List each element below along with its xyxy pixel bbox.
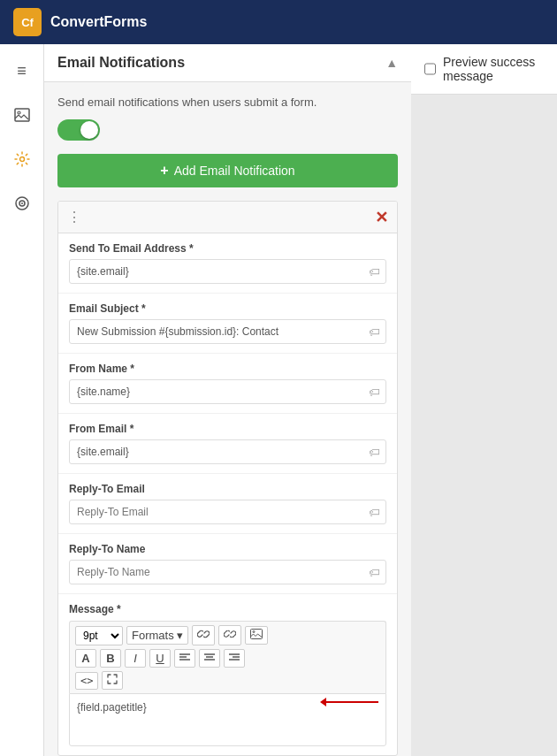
send-to-field-group: Send To Email Address * 🏷 <box>58 233 397 294</box>
left-panel: Email Notifications ▲ Send email notific… <box>44 44 411 756</box>
email-notifications-toggle-wrap <box>57 119 398 141</box>
image-insert-icon[interactable] <box>245 626 268 645</box>
app-logo: Cf <box>13 8 42 36</box>
add-icon: + <box>160 163 168 179</box>
app-header: Cf ConvertForms <box>0 0 557 44</box>
email-subject-label: Email Subject * <box>69 302 386 315</box>
message-section: Message * 9pt 10pt 12pt 14pt Formats ▾ <box>58 594 397 755</box>
reply-to-email-tag-icon[interactable]: 🏷 <box>369 506 380 519</box>
reply-to-email-field-group: Reply-To Email 🏷 <box>58 474 397 534</box>
send-to-input-wrap: 🏷 <box>69 259 386 284</box>
from-email-input-wrap: 🏷 <box>69 439 386 464</box>
message-editor[interactable]: {field.pagetitle} <box>69 693 386 746</box>
font-size-select[interactable]: 9pt 10pt 12pt 14pt <box>75 626 123 645</box>
fullscreen-button[interactable] <box>102 671 123 690</box>
sidebar-list-icon[interactable]: ≡ <box>9 57 35 84</box>
underline-button[interactable]: U <box>149 649 171 668</box>
toolbar-row-3: <> <box>75 671 380 690</box>
toolbar-row-1: 9pt 10pt 12pt 14pt Formats ▾ <box>75 625 380 645</box>
from-name-field-group: From Name * 🏷 <box>58 354 397 414</box>
bold-button[interactable]: A <box>75 649 96 668</box>
align-right-button[interactable] <box>224 649 245 668</box>
reply-to-name-input[interactable] <box>69 560 386 584</box>
from-email-field-group: From Email * 🏷 <box>58 414 397 474</box>
reply-to-name-input-wrap: 🏷 <box>69 560 386 584</box>
message-toolbar: 9pt 10pt 12pt 14pt Formats ▾ <box>69 621 386 693</box>
notification-card: ⋮ ✕ Send To Email Address * 🏷 Email Subj… <box>57 201 398 756</box>
bold-b-button[interactable]: B <box>100 649 121 668</box>
arrow-indicator <box>325 701 378 703</box>
panel-header: Email Notifications ▲ <box>44 44 411 82</box>
reply-to-email-input[interactable] <box>69 500 386 524</box>
notification-card-header: ⋮ ✕ <box>58 202 397 233</box>
app-name: ConvertForms <box>50 14 147 30</box>
italic-button[interactable]: I <box>125 649 146 668</box>
toggle-knob <box>80 121 98 139</box>
align-left-button[interactable] <box>174 649 195 668</box>
svg-rect-6 <box>251 630 263 639</box>
right-panel-header: Preview success message <box>411 44 557 95</box>
panel-content: Send email notifications when users subm… <box>44 82 411 756</box>
email-subject-input[interactable] <box>69 319 386 344</box>
email-subject-field-group: Email Subject * 🏷 <box>58 294 397 354</box>
editor-content: {field.pagetitle} <box>77 701 318 714</box>
svg-point-7 <box>253 631 255 633</box>
svg-rect-0 <box>15 109 29 121</box>
svg-point-1 <box>18 111 20 114</box>
email-subject-input-wrap: 🏷 <box>69 319 386 344</box>
from-email-input[interactable] <box>69 439 386 464</box>
from-name-label: From Name * <box>69 363 386 375</box>
from-email-label: From Email * <box>69 423 386 435</box>
sidebar-settings-icon[interactable] <box>9 146 35 172</box>
email-subject-tag-icon[interactable]: 🏷 <box>369 325 380 339</box>
send-to-label: Send To Email Address * <box>69 242 386 255</box>
reply-to-name-label: Reply-To Name <box>69 543 386 555</box>
message-label: Message * <box>69 603 386 615</box>
panel-description: Send email notifications when users subm… <box>57 95 398 109</box>
reply-to-name-tag-icon[interactable]: 🏷 <box>369 566 380 579</box>
add-email-notification-button[interactable]: + Add Email Notification <box>57 154 398 187</box>
panel-collapse-arrow[interactable]: ▲ <box>385 56 398 70</box>
drag-handle-icon[interactable]: ⋮ <box>67 209 81 225</box>
email-notifications-toggle[interactable] <box>57 119 100 141</box>
from-email-tag-icon[interactable]: 🏷 <box>369 446 380 459</box>
svg-point-5 <box>21 202 23 204</box>
svg-point-2 <box>19 157 24 162</box>
icon-sidebar: ≡ <box>0 44 44 756</box>
panel-title: Email Notifications <box>57 55 185 71</box>
toolbar-row-2: A B I U <box>75 649 380 668</box>
formats-dropdown[interactable]: Formats ▾ <box>126 626 188 645</box>
preview-success-label: Preview success message <box>443 55 544 83</box>
from-name-input[interactable] <box>69 379 386 404</box>
link-icon[interactable] <box>192 625 215 645</box>
notification-close-button[interactable]: ✕ <box>375 210 388 225</box>
preview-success-checkbox[interactable] <box>424 63 436 75</box>
from-name-input-wrap: 🏷 <box>69 379 386 404</box>
arrow-line <box>325 701 378 703</box>
sidebar-target-icon[interactable] <box>9 190 35 217</box>
send-to-input[interactable] <box>69 259 386 284</box>
unlink-icon[interactable] <box>218 625 241 645</box>
align-center-button[interactable] <box>199 649 220 668</box>
right-panel: Preview success message <box>411 44 557 756</box>
reply-to-name-field-group: Reply-To Name 🏷 <box>58 534 397 594</box>
reply-to-email-label: Reply-To Email <box>69 483 386 495</box>
from-name-tag-icon[interactable]: 🏷 <box>369 386 380 399</box>
reply-to-email-input-wrap: 🏷 <box>69 500 386 524</box>
sidebar-image-icon[interactable] <box>9 102 35 128</box>
code-button[interactable]: <> <box>75 672 98 690</box>
main-layout: ≡ Email Notifications ▲ <box>0 44 557 756</box>
send-to-tag-icon[interactable]: 🏷 <box>369 265 380 279</box>
add-button-label: Add Email Notification <box>174 164 295 178</box>
